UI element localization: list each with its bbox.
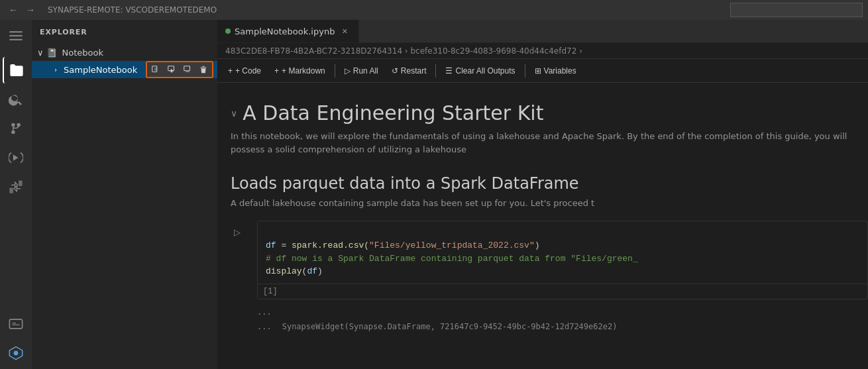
search-icon[interactable] (3, 86, 29, 113)
synapse-icon[interactable] (3, 340, 29, 366)
titlebar: ← → SYNAPSE-REMOTE: VSCODEREMOTEDEMO (0, 0, 868, 20)
titlebar-nav: ← → (5, 2, 38, 18)
cell-body[interactable]: df = spark.read.csv("Files/yellow_tripda… (257, 221, 868, 299)
notebook-content[interactable]: ∨ A Data Engineering Starter Kit In this… (217, 83, 868, 369)
child-chevron-icon: › (50, 66, 61, 74)
code-paren1: ( (364, 240, 369, 250)
add-code-label: + Code (235, 66, 261, 76)
cell-gutter: ▷ (217, 221, 257, 240)
output-widget-text: SynapseWidget(Synapse.DataFrame, 721647c… (282, 322, 618, 331)
code-comment1: # df now is a Spark DataFrame containing… (266, 254, 638, 264)
markdown-section-2: Loads parquet data into a Spark DataFram… (217, 161, 868, 215)
tab-dot (225, 28, 231, 34)
run-all-icon: ▷ (345, 66, 351, 76)
run-all-label: Run All (353, 66, 378, 76)
code-string1: "Files/yellow_tripdata_2022.csv" (369, 240, 535, 250)
sidebar-item-actions (146, 61, 213, 78)
section-toggle-1[interactable]: ∨ (231, 108, 237, 119)
ellipsis-dots-1: ... (257, 307, 272, 317)
sidebar-item-notebook-parent[interactable]: ∨ 📓 Notebook (32, 44, 217, 61)
notebook-toolbar: + + Code + + Markdown ▷ Run All ↺ Restar… (217, 59, 868, 83)
sidebar-item-samplenotebook[interactable]: › SampleNotebook (32, 61, 217, 78)
activity-bar (0, 20, 32, 369)
add-markdown-button[interactable]: + + Markdown (269, 64, 331, 78)
code-func2: display (266, 266, 302, 276)
code-content: df = spark.read.csv("Files/yellow_tripda… (258, 221, 867, 284)
run-debug-icon[interactable] (3, 144, 29, 171)
run-all-button[interactable]: ▷ Run All (339, 64, 384, 78)
svg-rect-6 (9, 187, 13, 193)
clear-outputs-icon: ☰ (445, 66, 453, 76)
add-code-button[interactable]: + + Code (223, 64, 266, 78)
notebook-title: ∨ A Data Engineering Starter Kit (231, 101, 857, 125)
svg-rect-7 (19, 180, 23, 185)
ellipsis-dots-2: ... (257, 322, 272, 331)
chevron-icon: ∨ (37, 48, 44, 58)
clear-outputs-label: Clear All Outputs (455, 66, 515, 76)
toolbar-separator-1 (335, 64, 335, 78)
titlebar-search[interactable] (730, 3, 863, 17)
restart-icon: ↺ (392, 66, 398, 76)
toolbar-separator-2 (435, 64, 436, 78)
output-ellipsis-line-1: ... (217, 305, 868, 319)
code-paren2: ) (535, 240, 540, 250)
add-markdown-label: + Markdown (282, 66, 325, 76)
action-btn-1[interactable] (148, 63, 163, 76)
notebook-folder-icon: 📓 (46, 48, 57, 58)
titlebar-left: ← → SYNAPSE-REMOTE: VSCODEREMOTEDEMO (5, 2, 217, 18)
output-ellipsis-line-2: ... SynapseWidget(Synapse.DataFrame, 721… (217, 319, 868, 334)
menu-icon[interactable] (3, 23, 29, 49)
svg-point-4 (11, 131, 15, 134)
code-func1: spark.read.csv (292, 240, 364, 250)
section1-description: In this notebook, we will explore the fu… (231, 130, 857, 156)
restart-label: Restart (401, 66, 427, 76)
sidebar-section: ∨ 📓 Notebook › SampleNotebook (32, 44, 217, 81)
notebook-title-text: A Data Engineering Starter Kit (243, 101, 543, 125)
tab-close-button[interactable]: ✕ (339, 25, 351, 37)
tab-label: SampleNotebook.ipynb (235, 26, 335, 36)
breadcrumb: 483C2DE8-FB78-4B2A-BC72-3218D2764314 › b… (217, 43, 868, 59)
breadcrumb-path: 483C2DE8-FB78-4B2A-BC72-3218D2764314 › b… (225, 46, 582, 56)
svg-rect-1 (9, 35, 22, 36)
code-eq: = (276, 240, 292, 250)
action-btn-2[interactable] (164, 63, 179, 76)
toolbar-separator-3 (525, 64, 525, 78)
variables-label: Variables (544, 66, 576, 76)
svg-rect-0 (9, 31, 22, 32)
variables-icon: ⊞ (535, 66, 541, 76)
code-paren4: ) (317, 266, 323, 276)
source-control-icon[interactable] (3, 115, 29, 142)
code-var2: df (307, 266, 317, 276)
code-cell-1: ▷ df = spark.read.csv("Files/yellow_trip… (217, 218, 868, 302)
svg-rect-2 (9, 39, 22, 40)
add-code-icon: + (228, 66, 233, 76)
action-btn-delete[interactable] (196, 63, 211, 76)
explorer-icon[interactable] (3, 57, 29, 83)
tab-samplenotebook[interactable]: SampleNotebook.ipynb ✕ (217, 20, 359, 42)
section2-description: A default lakehouse containing sample da… (231, 197, 857, 210)
main-container: Explorer ∨ 📓 Notebook › SampleNotebook (0, 20, 868, 369)
svg-point-3 (11, 123, 15, 127)
code-var: df (266, 240, 276, 250)
workspace-label: SYNAPSE-REMOTE: VSCODEREMOTEDEMO (48, 5, 217, 15)
add-markdown-icon: + (274, 66, 279, 76)
extensions-icon[interactable] (3, 174, 29, 200)
cell-run-button[interactable]: ▷ (229, 225, 245, 240)
cell-execution-count: [1] (258, 284, 867, 299)
tab-bar: SampleNotebook.ipynb ✕ (217, 20, 868, 43)
markdown-section-1: ∨ A Data Engineering Starter Kit In this… (217, 96, 868, 161)
back-button[interactable]: ← (5, 2, 21, 18)
forward-button[interactable]: → (23, 2, 38, 18)
variables-button[interactable]: ⊞ Variables (529, 64, 582, 78)
content-area: SampleNotebook.ipynb ✕ 483C2DE8-FB78-4B2… (217, 20, 868, 369)
svg-rect-11 (152, 66, 157, 72)
svg-rect-13 (184, 66, 190, 71)
action-btn-3[interactable] (180, 63, 195, 76)
remote-icon[interactable] (3, 311, 29, 337)
restart-button[interactable]: ↺ Restart (386, 64, 432, 78)
svg-rect-8 (9, 319, 22, 329)
clear-outputs-button[interactable]: ☰ Clear All Outputs (440, 64, 520, 78)
sidebar-section-title: Explorer (32, 20, 217, 44)
sidebar: Explorer ∨ 📓 Notebook › SampleNotebook (32, 20, 217, 369)
section2-title: Loads parquet data into a Spark DataFram… (231, 174, 857, 193)
